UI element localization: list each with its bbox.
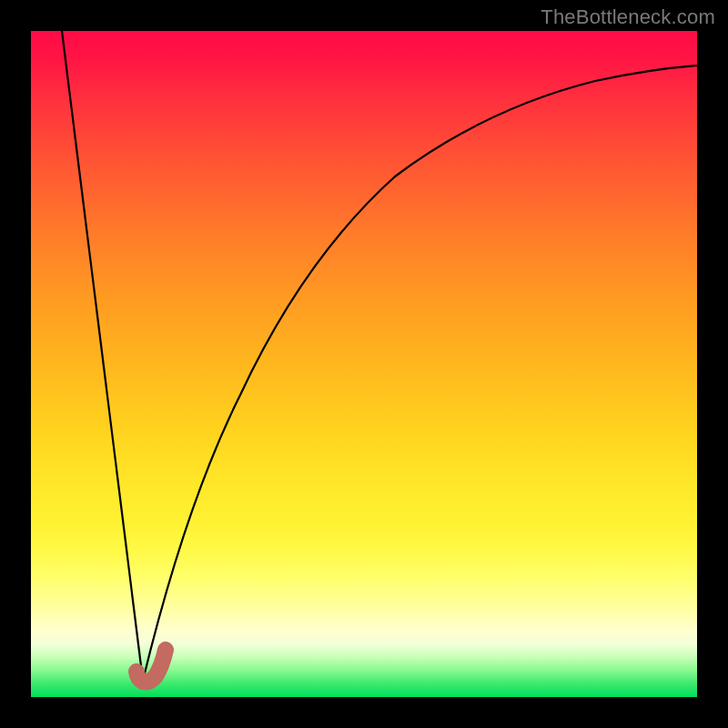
plot-area	[31, 31, 697, 697]
chart-frame: TheBottleneck.com	[0, 0, 728, 728]
curve-left-descent	[62, 31, 143, 681]
bottleneck-curve	[31, 31, 697, 697]
watermark-text: TheBottleneck.com	[541, 5, 715, 29]
curve-right-ascent	[143, 66, 697, 681]
j-marker-icon	[136, 650, 166, 682]
